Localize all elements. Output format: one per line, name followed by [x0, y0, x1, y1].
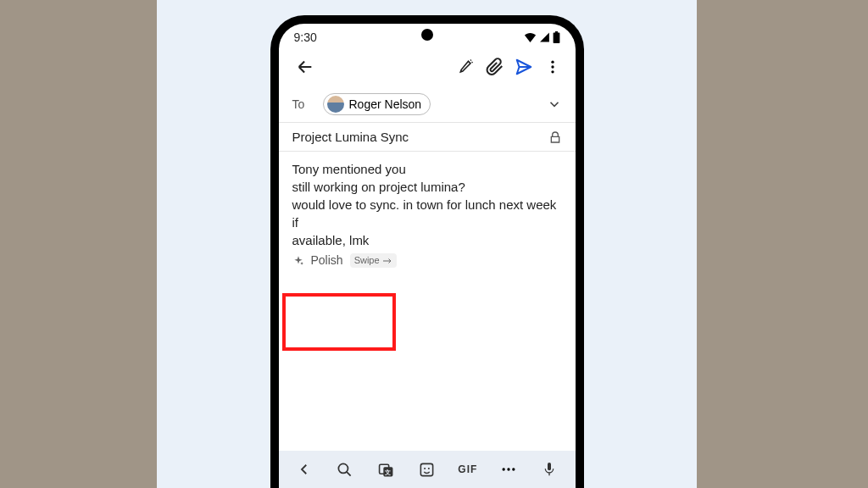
body-line: Tony mentioned you [292, 160, 562, 178]
sparkle-icon [292, 255, 304, 267]
kb-mic-icon[interactable] [536, 456, 563, 483]
kb-more-icon[interactable] [495, 456, 522, 483]
camera-cutout [421, 29, 433, 41]
avatar [327, 96, 344, 113]
left-margin [0, 0, 157, 488]
kb-back-icon[interactable] [291, 456, 318, 483]
svg-point-1 [551, 65, 554, 68]
email-body[interactable]: Tony mentioned you still working on proj… [279, 152, 576, 281]
svg-text:文: 文 [384, 469, 391, 476]
battery-icon [553, 31, 560, 43]
send-button[interactable] [509, 53, 538, 81]
svg-rect-7 [420, 463, 432, 475]
body-line: available, lmk [292, 231, 562, 249]
phone-frame: 9:30 To [270, 15, 584, 488]
wifi-icon [524, 32, 537, 42]
subject-text: Project Lumina Sync [292, 130, 548, 144]
lock-icon [548, 130, 562, 144]
to-label: To [292, 97, 323, 111]
kb-search-icon[interactable] [331, 456, 359, 483]
cell-signal-icon [539, 32, 550, 42]
attachment-icon[interactable] [481, 53, 509, 81]
svg-point-3 [339, 463, 348, 473]
svg-rect-13 [548, 463, 551, 470]
to-field-row[interactable]: To Roger Nelson [279, 86, 576, 123]
svg-point-0 [551, 61, 554, 64]
kb-gif-button[interactable]: GIF [454, 456, 481, 483]
polish-suggestion[interactable]: Polish Swipe [292, 252, 397, 269]
svg-point-2 [551, 70, 554, 73]
kb-translate-icon[interactable]: 文 [372, 456, 399, 483]
more-menu-icon[interactable] [538, 53, 567, 81]
recipient-name: Roger Nelson [349, 97, 422, 111]
body-line: would love to sync. in town for lunch ne… [292, 196, 562, 231]
svg-point-10 [503, 468, 505, 470]
subject-row[interactable]: Project Lumina Sync [279, 123, 576, 152]
svg-point-9 [428, 467, 430, 469]
svg-point-8 [424, 467, 426, 469]
back-button[interactable] [291, 53, 320, 81]
svg-point-12 [512, 468, 515, 470]
callout-highlight [282, 293, 396, 351]
swipe-hint: Swipe [350, 253, 397, 268]
suggestion-label: Polish [311, 252, 343, 269]
kb-sticker-icon[interactable] [413, 456, 440, 483]
chevron-down-icon[interactable] [547, 97, 562, 112]
recipient-chip[interactable]: Roger Nelson [323, 93, 431, 115]
app-bar [279, 47, 576, 86]
stage: 9:30 To [157, 0, 697, 488]
right-margin [697, 0, 868, 488]
keyboard-toolbar: 文 GIF [279, 451, 576, 488]
clock: 9:30 [294, 30, 317, 44]
body-line: still working on project lumina? [292, 178, 562, 196]
svg-point-11 [507, 468, 509, 470]
magic-compose-icon[interactable] [452, 53, 481, 81]
